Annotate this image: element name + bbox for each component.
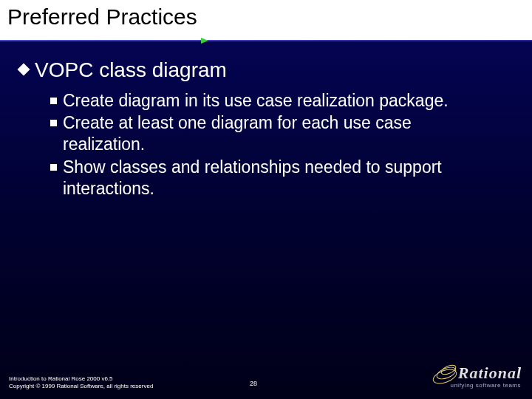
title-rule (0, 40, 532, 44)
brand-tagline: unifying software teams (450, 382, 522, 389)
footer-line2: Copyright © 1999 Rational Software, all … (9, 383, 153, 390)
brand-main: Rational (432, 364, 522, 383)
brand-name: Rational (458, 364, 522, 383)
bullet-level2: Create diagram in its use case realizati… (50, 90, 510, 112)
arrow-icon (201, 38, 208, 44)
footer-right: Rational unifying software teams (432, 364, 522, 389)
bullet-level1: VOPC class diagram (19, 58, 510, 83)
slide-title: Preferred Practices (7, 4, 525, 30)
brand-logo: Rational unifying software teams (432, 364, 522, 389)
bullet-level2: Show classes and relationships needed to… (50, 157, 510, 200)
page-number: 28 (250, 380, 257, 387)
square-bullet-icon (50, 98, 57, 104)
bullet-l2-text: Create diagram in its use case realizati… (63, 90, 449, 112)
bullet-l2-text: Create at least one diagram for each use… (63, 112, 491, 155)
square-bullet-icon (50, 120, 57, 126)
square-bullet-icon (50, 164, 57, 171)
content-area: VOPC class diagram Create diagram in its… (19, 58, 510, 200)
footer-line1: Introduction to Rational Rose 2000 v6.5 (9, 375, 153, 383)
swirl-icon (432, 364, 457, 383)
bullet-l1-text: VOPC class diagram (35, 58, 227, 83)
bullet-level2: Create at least one diagram for each use… (50, 112, 510, 155)
footer: Introduction to Rational Rose 2000 v6.5 … (9, 364, 523, 390)
diamond-bullet-icon (18, 64, 30, 76)
title-bar: Preferred Practices (0, 0, 532, 40)
rule-line (0, 40, 532, 41)
bullet-l2-text: Show classes and relationships needed to… (63, 157, 491, 200)
footer-left: Introduction to Rational Rose 2000 v6.5 … (9, 375, 153, 390)
sub-bullets: Create diagram in its use case realizati… (50, 90, 510, 200)
slide: Preferred Practices VOPC class diagram C… (0, 0, 532, 399)
